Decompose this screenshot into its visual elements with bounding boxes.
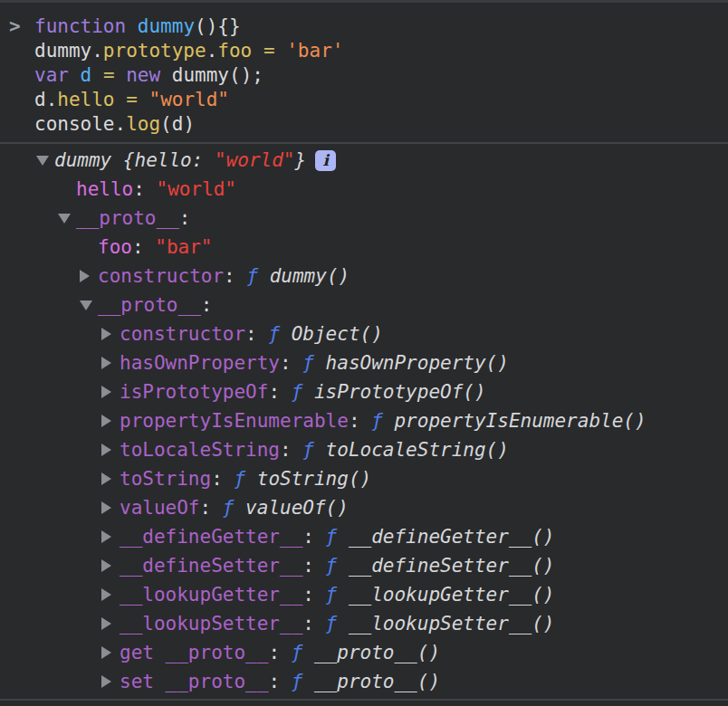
disclosure-triangle-icon[interactable] [100,328,120,340]
disclosure-triangle-icon[interactable] [100,646,120,659]
triangle-right-icon [101,472,111,485]
disclosure-triangle-icon[interactable] [100,444,120,456]
object-tree-row: foo: "bar" [0,233,728,262]
object-tree-row[interactable]: __proto__: [0,291,728,320]
token-iname: valueOf [120,497,200,519]
object-tree-row[interactable]: toString: ƒ toString() [0,464,728,493]
token-iname: isPrototypeOf [120,381,268,403]
token-fsym: ƒ [292,642,303,663]
object-tree-row[interactable]: valueOf: ƒ valueOf() [0,493,728,522]
disclosure-triangle-icon[interactable] [100,675,120,688]
token-punct: : [302,584,325,606]
triangle-right-icon [101,530,111,543]
token-plain: dummy(); [160,64,263,86]
token-prop: log [126,113,160,135]
token-prev: } [295,149,307,171]
token-fsym: ƒ [223,497,235,519]
token-punct: : [133,178,156,200]
triangle-right-icon [101,501,111,514]
object-tree-row[interactable]: constructor: ƒ dummy() [0,262,728,291]
token-oname: hello [76,178,133,200]
object-tree-row[interactable]: __lookupSetter__: ƒ __lookupSetter__() [0,609,728,638]
object-tree-row[interactable]: __defineSetter__: ƒ __defineSetter__() [0,551,728,580]
disclosure-triangle-icon[interactable] [100,357,120,369]
token-sig: __lookupSetter__() [337,613,554,634]
token-varname: dummy [138,15,195,37]
triangle-right-icon [101,559,111,572]
token-iname: propertyIsEnumerable [120,410,349,432]
triangle-right-icon [80,270,90,282]
token-iname: __proto__ [76,207,179,229]
token-plain [126,15,138,37]
disclosure-triangle-icon[interactable] [34,156,54,166]
disclosure-triangle-icon[interactable] [100,415,120,427]
disclosure-triangle-icon[interactable] [100,559,120,572]
object-tree-row[interactable]: __proto__: [0,204,728,233]
triangle-right-icon [101,386,111,398]
triangle-down-icon [80,301,92,310]
token-fsym: ƒ [326,555,338,577]
token-iname: get __proto__ [120,642,268,663]
token-fsym: ƒ [292,381,303,403]
disclosure-triangle-icon[interactable] [100,501,120,514]
token-iname: __proto__ [98,294,201,316]
token-plain: d. [34,89,57,110]
object-tree-row[interactable]: get __proto__: ƒ __proto__() [0,638,728,667]
object-tree-row[interactable]: propertyIsEnumerable: ƒ propertyIsEnumer… [0,406,728,435]
token-punct: : [268,671,291,692]
triangle-right-icon [101,328,111,340]
token-sig: __lookupGetter__() [337,584,554,606]
disclosure-triangle-icon[interactable] [100,617,120,630]
object-tree-row[interactable]: hasOwnProperty: ƒ hasOwnProperty() [0,348,728,377]
disclosure-triangle-icon[interactable] [56,214,76,224]
token-kw: var [34,64,69,86]
console-input-line: d.hello = "world" [34,88,728,112]
token-fsym: ƒ [326,584,338,606]
token-plain [69,64,81,86]
token-punct: : [245,323,268,345]
token-oname: foo [98,236,132,258]
disclosure-triangle-icon[interactable] [100,472,120,485]
object-tree-row[interactable]: constructor: ƒ Object() [0,320,728,348]
triangle-right-icon [101,444,111,456]
token-punct: : [280,352,302,374]
disclosure-triangle-icon[interactable] [78,301,98,310]
token-fsym: ƒ [292,671,303,692]
bottom-divider [0,699,728,701]
token-fsym: ƒ [326,526,338,548]
token-fsym: ƒ [246,265,258,287]
triangle-down-icon [36,156,49,166]
token-fsym: ƒ [234,468,245,490]
object-tree-row[interactable]: isPrototypeOf: ƒ isPrototypeOf() [0,377,728,406]
token-sig: propertyIsEnumerable() [383,410,647,432]
disclosure-triangle-icon[interactable] [100,386,120,398]
token-punct: : [268,642,291,663]
token-iname: __lookupGetter__ [120,584,302,606]
object-tree-row[interactable]: set __proto__: ƒ __proto__() [0,667,728,696]
token-punct: : [179,207,191,229]
info-icon[interactable]: i [315,150,336,171]
disclosure-triangle-icon[interactable] [100,530,120,543]
triangle-right-icon [101,415,111,427]
object-tree-row[interactable]: __defineGetter__: ƒ __defineGetter__() [0,522,728,551]
token-iname: toString [120,468,211,490]
token-plain [138,89,149,110]
token-prevstr: "world" [215,149,295,171]
token-fsym: ƒ [371,410,383,432]
disclosure-triangle-icon[interactable] [78,270,98,282]
object-tree-row[interactable]: __lookupGetter__: ƒ __lookupGetter__() [0,580,728,609]
object-tree-row[interactable]: toLocaleString: ƒ toLocaleString() [0,435,728,464]
token-punct: : [224,265,246,287]
console-input-line: var d = new dummy(); [34,63,728,88]
disclosure-triangle-icon[interactable] [100,588,120,601]
token-iname: toLocaleString [120,439,280,461]
console-input-line: console.log(d) [34,112,728,137]
token-plain [275,40,287,62]
object-tree-row[interactable]: dummy {hello: "world"}i [0,146,728,175]
token-iname: hasOwnProperty [120,352,280,374]
token-iname: constructor [120,323,245,345]
token-sig: __proto__() [302,671,440,692]
devtools-console-panel: { "colors": { "bg": "#292a2c", "divider"… [0,0,728,706]
object-tree-row: hello: "world" [0,175,728,204]
token-op: = [103,64,115,86]
